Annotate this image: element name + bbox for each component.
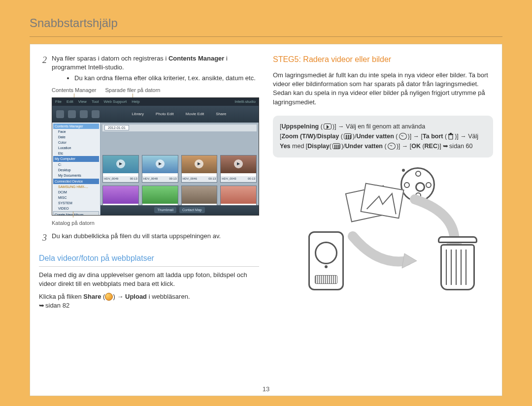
step5-paragraph: Om lagringsmediet är fullt kan du inte s…: [273, 71, 493, 107]
share-ref: ➥sidan 82: [39, 301, 259, 310]
ss-main-grid: 2012-01-01 ▶HDV_004900:13 ▶HDV_004800:13…: [100, 123, 259, 215]
trash-icon: [448, 133, 454, 140]
page-number: 13: [263, 385, 269, 394]
ss-sidebar: Contents Manager Face Date Color Locatio…: [52, 123, 100, 215]
step-2-bullet: Du kan ordna filerna efter olika kriteri…: [74, 74, 259, 83]
camera-icon: [308, 231, 344, 290]
underwater-icon: [388, 143, 396, 150]
page-title: Snabbstartshjälp: [30, 15, 502, 31]
display-icon: [332, 143, 340, 149]
caption-contents-manager: Contents Manager: [52, 87, 97, 94]
step-3: 3 Du kan dubbelklicka på filen du vill s…: [39, 232, 259, 244]
intelli-studio-screenshot: File Edit View Tool Web Support Help Int…: [52, 97, 259, 216]
caption-catalogue: Katalog på datorn: [52, 219, 259, 227]
share-globe-icon: [105, 293, 113, 301]
playback-icon: [324, 124, 332, 129]
ss-toolbar-btn: [68, 110, 76, 118]
svg-rect-2: [450, 133, 452, 134]
content-frame: 2 Nya filer sparas i datorn och registre…: [30, 44, 502, 396]
ss-toolbar-btn: [80, 110, 88, 118]
section-step5-heading: STEG5: Radera videor eller bilder: [273, 54, 493, 67]
section-share-heading: Dela videor/foton på webbplatser: [39, 253, 259, 266]
svg-rect-0: [449, 135, 453, 139]
step-2-number: 2: [39, 54, 47, 85]
step-2: 2 Nya filer sparas i datorn och registre…: [39, 54, 259, 85]
step-3-text: Du kan dubbelklicka på filen du vill sta…: [52, 232, 259, 244]
underwater-icon: [399, 133, 407, 140]
trashcan-icon: [435, 236, 480, 290]
photos-icon: [348, 186, 407, 225]
ss-menubar: File Edit View Tool Web Support Help Int…: [52, 98, 259, 106]
ss-toolbar-btn: [92, 110, 100, 118]
step-3-number: 3: [39, 232, 47, 244]
share-instruction: Klicka på fliken Share () → Upload i web…: [39, 292, 259, 301]
display-icon: [344, 133, 352, 139]
delete-illustration: [273, 167, 493, 295]
share-paragraph: Dela med dig av dina upplevelser genom a…: [39, 271, 259, 288]
right-column: STEG5: Radera videor eller bilder Om lag…: [273, 54, 493, 392]
step-2-text: Nya filer sparas i datorn och registrera…: [52, 54, 259, 85]
instruction-box: [Uppspelning ()] → Välj en fil genom att…: [273, 116, 493, 157]
caption-saved-files: Sparade filer på datorn: [105, 87, 161, 94]
left-column: 2 Nya filer sparas i datorn och registre…: [39, 54, 259, 392]
page-header: Snabbstartshjälp: [30, 15, 502, 37]
svg-rect-1: [448, 134, 453, 135]
ss-toolbar: Library Photo Edit Movie Edit Share: [52, 106, 259, 123]
ss-footer: Thumbnail Contact Map: [100, 205, 259, 215]
captions-top: Contents Manager Sparade filer på datorn: [52, 87, 259, 94]
ss-toolbar-btn: [56, 110, 64, 118]
